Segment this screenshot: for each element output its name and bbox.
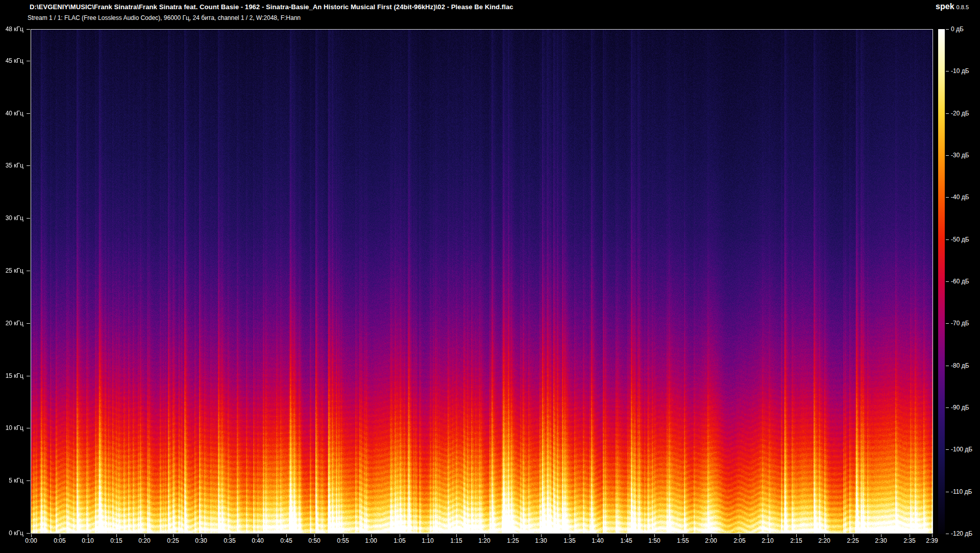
- db-tick-label: -90 дБ: [951, 404, 969, 411]
- db-tick-label: -100 дБ: [951, 446, 972, 453]
- time-tick-label: 1:30: [530, 537, 552, 544]
- db-tick: [946, 534, 949, 534]
- spek-window: { "app": { "name": "spek", "version": "0…: [0, 0, 980, 553]
- time-tick-label: 2:39: [921, 537, 943, 544]
- db-tick: [946, 239, 949, 240]
- freq-tick: [27, 165, 30, 166]
- time-tick-label: 0:30: [190, 537, 212, 544]
- freq-tick-label: 40 кГц: [0, 110, 23, 117]
- freq-tick: [27, 61, 30, 61]
- db-tick-label: -30 дБ: [951, 152, 969, 159]
- freq-tick: [27, 323, 30, 324]
- app-name: spek: [936, 2, 954, 11]
- time-tick-label: 0:10: [77, 537, 99, 544]
- time-tick-label: 0:20: [133, 537, 156, 544]
- freq-tick: [27, 218, 30, 219]
- time-tick-label: 0:25: [162, 537, 184, 544]
- time-tick-label: 2:35: [898, 537, 921, 544]
- db-tick-label: -10 дБ: [951, 67, 969, 75]
- time-tick-label: 2:10: [756, 537, 779, 544]
- time-tick-label: 2:25: [842, 537, 864, 544]
- time-tick-label: 2:00: [700, 537, 722, 544]
- db-tick: [946, 407, 949, 408]
- freq-tick: [27, 376, 30, 376]
- db-tick-label: -110 дБ: [951, 488, 972, 495]
- time-tick-label: 0:15: [105, 537, 128, 544]
- freq-tick-label: 48 кГц: [0, 26, 23, 33]
- time-tick-label: 1:15: [445, 537, 468, 544]
- time-tick-label: 1:55: [672, 537, 694, 544]
- db-tick: [946, 492, 949, 492]
- time-tick-label: 0:35: [218, 537, 241, 544]
- db-tick: [946, 449, 949, 450]
- time-tick-label: 1:20: [473, 537, 496, 544]
- time-tick-label: 0:50: [303, 537, 326, 544]
- freq-tick: [27, 533, 30, 534]
- freq-tick: [27, 29, 30, 30]
- freq-tick-label: 10 кГц: [0, 424, 23, 431]
- time-tick-label: 2:20: [813, 537, 836, 544]
- freq-tick: [27, 113, 30, 114]
- legend-colorbar: [938, 29, 945, 534]
- time-tick-label: 0:05: [48, 537, 71, 544]
- db-tick-label: -80 дБ: [951, 362, 969, 369]
- time-tick-label: 1:00: [360, 537, 382, 544]
- freq-tick-label: 45 кГц: [0, 57, 23, 64]
- time-tick-label: 1:50: [643, 537, 666, 544]
- time-tick-label: 0:40: [247, 537, 269, 544]
- db-tick: [946, 29, 949, 30]
- db-tick-label: -60 дБ: [951, 278, 969, 285]
- freq-tick-label: 30 кГц: [0, 214, 23, 222]
- time-tick-label: 2:15: [785, 537, 807, 544]
- db-tick-label: -40 дБ: [951, 194, 969, 201]
- time-tick-label: 1:45: [615, 537, 638, 544]
- db-tick-label: -20 дБ: [951, 110, 969, 117]
- freq-tick: [27, 428, 30, 428]
- db-tick: [946, 71, 949, 71]
- file-path-title: D:\EVGENIY\MUSIC\Frank Sinatra\Frank Sin…: [30, 3, 513, 11]
- time-tick-label: 0:00: [20, 537, 42, 544]
- spectrogram-frame: [31, 29, 933, 534]
- stream-info: Stream 1 / 1: FLAC (Free Lossless Audio …: [28, 14, 301, 21]
- freq-tick-label: 15 кГц: [0, 372, 23, 379]
- db-tick-label: -120 дБ: [951, 530, 972, 537]
- time-tick-label: 2:30: [870, 537, 892, 544]
- db-tick: [946, 323, 949, 324]
- db-tick: [946, 155, 949, 156]
- app-version: 0.8.5: [957, 4, 969, 10]
- freq-tick-label: 20 кГц: [0, 320, 23, 327]
- db-tick: [946, 366, 949, 366]
- time-tick-label: 1:10: [416, 537, 439, 544]
- freq-tick-label: 35 кГц: [0, 162, 23, 169]
- freq-tick: [27, 480, 30, 481]
- db-tick-label: -70 дБ: [951, 320, 969, 327]
- db-tick-label: -50 дБ: [951, 236, 969, 243]
- app-logo: spek0.8.5: [936, 2, 969, 11]
- freq-tick: [27, 271, 30, 271]
- db-tick: [946, 113, 949, 114]
- time-tick-label: 1:25: [502, 537, 524, 544]
- db-tick: [946, 197, 949, 198]
- time-tick-label: 1:05: [388, 537, 411, 544]
- db-tick-label: 0 дБ: [951, 26, 964, 33]
- freq-tick-label: 5 кГц: [0, 477, 23, 484]
- time-tick-label: 1:35: [558, 537, 581, 544]
- time-tick-label: 2:05: [728, 537, 751, 544]
- time-tick-label: 1:40: [586, 537, 609, 544]
- freq-tick-label: 25 кГц: [0, 267, 23, 274]
- db-tick: [946, 281, 949, 282]
- time-tick-label: 0:45: [275, 537, 298, 544]
- spectrogram-canvas: [31, 30, 933, 533]
- time-tick-label: 0:55: [332, 537, 354, 544]
- freq-tick-label: 0 кГц: [0, 530, 23, 537]
